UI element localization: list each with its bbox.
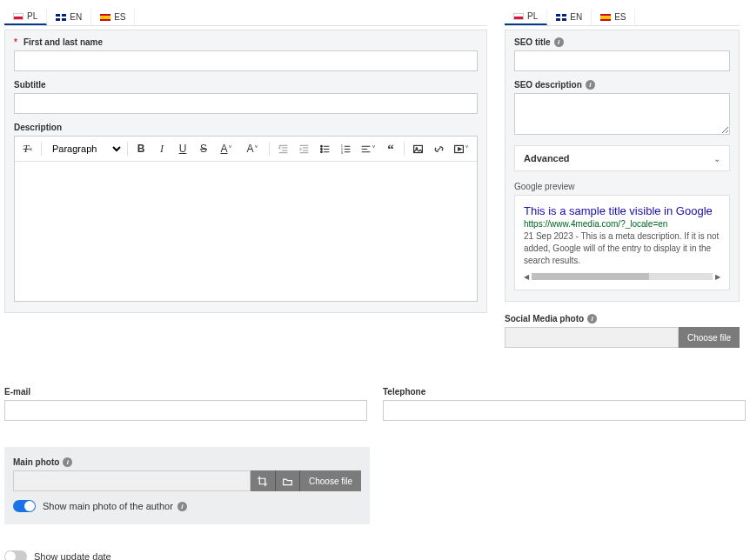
svg-point-1 — [320, 148, 322, 150]
media-button[interactable]: ˅ — [450, 139, 472, 158]
info-icon[interactable]: i — [587, 314, 597, 323]
first-last-label: *First and last name — [14, 37, 478, 47]
seo-desc-label: SEO descriptioni — [514, 80, 730, 90]
gp-desc: 21 Sep 2023 - This is a meta description… — [524, 230, 720, 267]
info-icon[interactable]: i — [177, 502, 187, 511]
quote-button[interactable]: “ — [381, 139, 400, 158]
gp-url: https://www.4media.com/?_locale=en — [524, 219, 720, 229]
seo-desc-input[interactable] — [514, 93, 730, 135]
tel-input[interactable] — [383, 400, 746, 421]
description-editor: T× Paragraph B I U S A ˅ A ˅ — [14, 136, 478, 302]
svg-point-0 — [320, 145, 322, 147]
main-photo-path — [13, 470, 251, 491]
info-icon[interactable]: i — [586, 80, 595, 90]
show-main-photo-label: Show main photo of the authori — [43, 501, 187, 511]
lang-tab-en-r[interactable]: EN — [547, 9, 592, 25]
bg-color-button[interactable]: A ˅ — [239, 139, 265, 158]
gp-scrollbar[interactable]: ◀▶ — [524, 272, 720, 281]
main-photo-panel: Main photoi Choose file Show main photo … — [4, 447, 370, 524]
first-last-input[interactable] — [14, 50, 478, 71]
advanced-toggle[interactable]: Advanced ⌄ — [514, 145, 730, 171]
italic-button[interactable]: I — [152, 139, 171, 158]
svg-point-2 — [320, 150, 322, 152]
crop-button[interactable] — [251, 470, 275, 491]
flag-es-icon — [600, 14, 611, 21]
subtitle-label: Subtitle — [14, 80, 478, 90]
show-main-photo-toggle[interactable] — [13, 500, 36, 512]
tel-label: Telephone — [383, 387, 746, 397]
flag-en-icon — [556, 14, 566, 21]
clear-format-button[interactable]: T× — [18, 139, 37, 158]
indent-button[interactable] — [294, 139, 313, 158]
main-photo-label: Main photoi — [13, 457, 361, 467]
svg-rect-6 — [413, 145, 422, 152]
editor-toolbar: T× Paragraph B I U S A ˅ A ˅ — [15, 137, 477, 162]
align-button[interactable]: ˅ — [357, 139, 379, 158]
description-label: Description — [14, 123, 478, 132]
outdent-button[interactable] — [273, 139, 292, 158]
svg-text:3: 3 — [340, 150, 343, 155]
info-icon[interactable]: i — [554, 37, 564, 47]
flag-es-icon — [100, 14, 110, 21]
main-choose-file-button[interactable]: Choose file — [299, 470, 361, 491]
text-color-button[interactable]: A ˅ — [215, 139, 238, 158]
main-panel: *First and last name Subtitle Descriptio… — [4, 30, 487, 313]
strike-button[interactable]: S — [194, 139, 213, 158]
lang-tab-es-r[interactable]: ES — [592, 9, 635, 25]
underline-button[interactable]: U — [173, 139, 192, 158]
link-button[interactable] — [429, 139, 448, 158]
image-button[interactable] — [408, 139, 427, 158]
seo-title-input[interactable] — [514, 50, 730, 71]
block-format-select[interactable]: Paragraph — [45, 141, 124, 157]
sm-photo-path — [505, 327, 679, 348]
lang-tab-en[interactable]: EN — [47, 9, 91, 25]
seo-panel: SEO titlei SEO descriptioni Advanced ⌄ G… — [505, 30, 740, 302]
bullet-list-button[interactable] — [315, 139, 334, 158]
sm-photo-label: Social Media photoi — [505, 314, 740, 323]
lang-tab-pl[interactable]: PL — [4, 9, 47, 25]
email-input[interactable] — [4, 400, 367, 421]
bold-button[interactable]: B — [131, 139, 151, 158]
google-preview-label: Google preview — [514, 182, 730, 191]
flag-pl-icon — [13, 13, 23, 20]
lang-tab-pl-r[interactable]: PL — [505, 9, 547, 25]
lang-tabs-left: PL EN ES — [4, 9, 487, 26]
show-update-date-label: Show update date — [34, 551, 111, 560]
number-list-button[interactable]: 123 — [336, 139, 355, 158]
show-update-date-toggle[interactable] — [4, 550, 27, 560]
browse-button[interactable] — [275, 470, 299, 491]
description-textarea[interactable] — [15, 162, 477, 301]
chevron-down-icon: ⌄ — [713, 154, 720, 163]
seo-title-label: SEO titlei — [514, 37, 730, 47]
info-icon[interactable]: i — [63, 457, 72, 467]
gp-title: This is a sample title visible in Google — [524, 204, 720, 217]
flag-pl-icon — [513, 13, 524, 20]
lang-tabs-right: PL EN ES — [505, 9, 740, 26]
email-label: E-mail — [4, 387, 367, 397]
lang-tab-es[interactable]: ES — [91, 9, 135, 25]
sm-choose-file-button[interactable]: Choose file — [679, 327, 740, 348]
subtitle-input[interactable] — [14, 93, 478, 114]
flag-en-icon — [56, 14, 66, 21]
google-preview: This is a sample title visible in Google… — [514, 195, 730, 290]
